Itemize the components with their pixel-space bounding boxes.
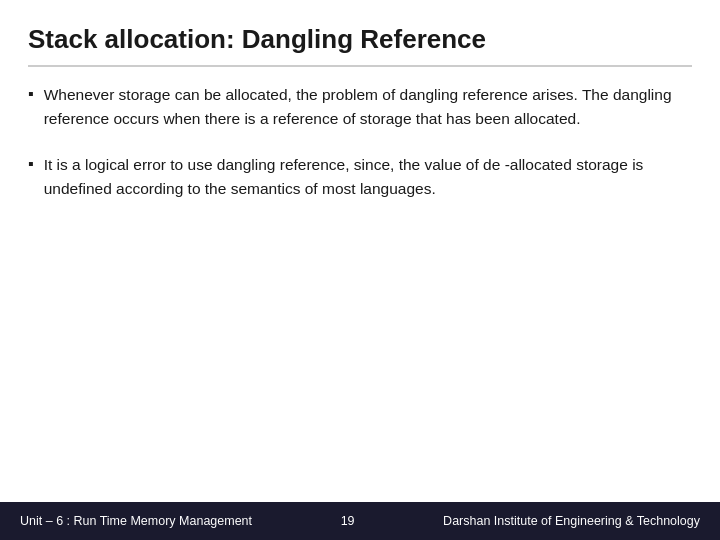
bullet-item-1: ▪ Whenever storage can be allocated, the… xyxy=(28,83,692,131)
bullet-text-1: Whenever storage can be allocated, the p… xyxy=(44,83,692,131)
bullet-item-2: ▪ It is a logical error to use dangling … xyxy=(28,153,692,201)
bullet-symbol-2: ▪ xyxy=(28,155,34,173)
title-section: Stack allocation: Dangling Reference xyxy=(28,24,692,67)
slide-container: Stack allocation: Dangling Reference ▪ W… xyxy=(0,0,720,540)
bullet-symbol-1: ▪ xyxy=(28,85,34,103)
footer-center: 19 xyxy=(341,514,355,528)
bullet-list: ▪ Whenever storage can be allocated, the… xyxy=(28,83,692,201)
footer-page-number: 19 xyxy=(341,514,355,528)
footer-right-text: Darshan Institute of Engineering & Techn… xyxy=(443,514,700,528)
slide-title: Stack allocation: Dangling Reference xyxy=(28,24,692,55)
footer: Unit – 6 : Run Time Memory Management 19… xyxy=(0,502,720,540)
bullet-text-2: It is a logical error to use dangling re… xyxy=(44,153,692,201)
footer-left-text: Unit – 6 : Run Time Memory Management xyxy=(20,514,252,528)
main-content: Stack allocation: Dangling Reference ▪ W… xyxy=(0,0,720,502)
